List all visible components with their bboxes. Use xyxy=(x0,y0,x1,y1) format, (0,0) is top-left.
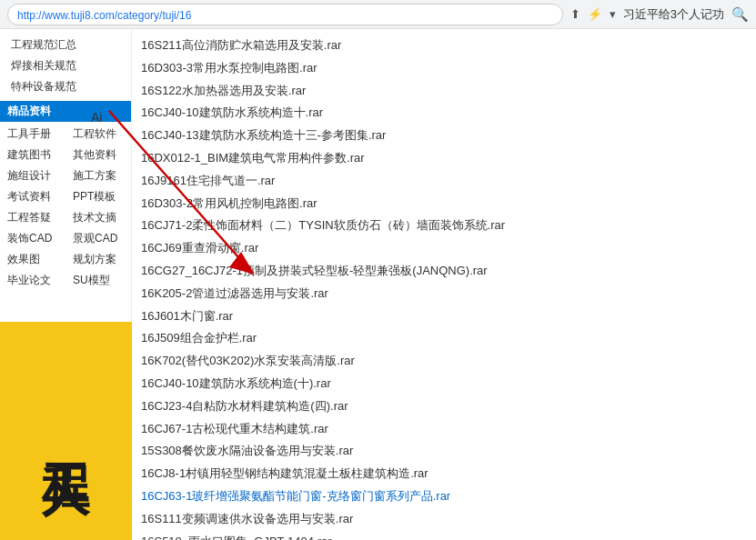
menu-landscape-cad[interactable]: 景观CAD xyxy=(66,228,131,249)
content-area: 16S211高位消防贮水箱选用及安装.rar16D303-3常用水泵控制电路图.… xyxy=(132,29,756,540)
menu-planning-solutions[interactable]: 规划方案 xyxy=(66,249,131,270)
sidebar-item-special-equipment[interactable]: 特种设备规范 xyxy=(0,76,131,97)
lightning-icon[interactable]: ⚡ xyxy=(588,7,602,21)
menu-engineering-software[interactable]: 工程软件 xyxy=(66,124,131,145)
share-icon[interactable]: ⬆ xyxy=(570,7,580,21)
content-link-19[interactable]: 16CJ8-1村镇用轻型钢结构建筑混凝土板柱建筑构造.rar xyxy=(141,463,747,485)
content-link-11[interactable]: 16K205-2管道过滤器选用与安装.rar xyxy=(141,283,747,305)
menu-technical-digest[interactable]: 技术文摘 xyxy=(66,207,131,228)
content-link-21[interactable]: 16S111变频调速供水设备选用与安装.rar xyxy=(141,508,747,531)
menu-renderings[interactable]: 效果图 xyxy=(0,249,66,270)
content-link-18[interactable]: 15S308餐饮废水隔油设备选用与安装.rar xyxy=(141,440,747,463)
menu-tools-manual[interactable]: 工具手册 xyxy=(0,124,66,145)
news-text: 习近平给3个人记功 xyxy=(623,6,724,23)
menu-other-materials[interactable]: 其他资料 xyxy=(66,145,131,165)
content-link-10[interactable]: 16CG27_16CJ72-1预制及拼装式轻型板-轻型兼强板(JANQNG).r… xyxy=(141,260,747,283)
menu-engineering-qa[interactable]: 工程答疑 xyxy=(0,207,66,228)
content-link-0[interactable]: 16S211高位消防贮水箱选用及安装.rar xyxy=(141,35,747,57)
content-link-4[interactable]: 16CJ40-13建筑防水系统构造十三-参考图集.rar xyxy=(141,125,747,147)
menu-construction-plan[interactable]: 施工方案 xyxy=(66,165,131,186)
menu-su-models[interactable]: SU模型 xyxy=(66,270,131,291)
content-link-15[interactable]: 16CJ40-10建筑防水系统构造(十).rar xyxy=(141,373,747,395)
content-link-2[interactable]: 16S122水加热器选用及安装.rar xyxy=(141,80,747,103)
content-link-14[interactable]: 16K702(替代03K202)水泵安装高清版.rar xyxy=(141,350,747,373)
content-link-5[interactable]: 16DX012-1_BIM建筑电气常用构件参数.rar xyxy=(141,147,747,170)
toolbar-icons: ⬆ ⚡ ▾ 习近平给3个人记功 🔍 xyxy=(570,6,749,23)
dropdown-icon[interactable]: ▾ xyxy=(610,7,616,21)
content-link-22[interactable]: 16S518_雨水口图集_GJBT-1404.rar xyxy=(141,531,747,540)
content-link-6[interactable]: 16J9161住宅排气道一.rar xyxy=(141,170,747,193)
sidebar-item-welding[interactable]: 焊接相关规范 xyxy=(0,55,131,76)
content-link-1[interactable]: 16D303-3常用水泵控制电路图.rar xyxy=(141,57,747,80)
content-link-12[interactable]: 16J601木门窗.rar xyxy=(141,305,747,328)
links-container: 16S211高位消防贮水箱选用及安装.rar16D303-3常用水泵控制电路图.… xyxy=(141,35,747,540)
menu-decoration-cad[interactable]: 装饰CAD xyxy=(0,228,66,249)
menu-architecture-books[interactable]: 建筑图书 xyxy=(0,145,66,165)
promo-banner: 工程人 xyxy=(0,322,132,540)
menu-grid: 工具手册 工程软件 建筑图书 其他资料 施组设计 施工方案 考试资料 PPT模板… xyxy=(0,124,131,291)
content-link-9[interactable]: 16CJ69重查滑动窗.rar xyxy=(141,237,747,260)
search-icon[interactable]: 🔍 xyxy=(731,6,749,23)
content-link-20[interactable]: 16CJ63-1玻纤增强聚氨酯节能门窗-克络窗门窗系列产品.rar xyxy=(141,485,747,508)
content-link-17[interactable]: 16CJ67-1古松现代重木结构建筑.rar xyxy=(141,418,747,441)
content-link-16[interactable]: 16CJ23-4自粘防水材料建筑构造(四).rar xyxy=(141,395,747,418)
url-field[interactable]: http://www.tuji8.com/category/tuji/16 xyxy=(7,4,563,25)
content-link-13[interactable]: 16J509组合金护栏.rar xyxy=(141,327,747,350)
menu-ppt-templates[interactable]: PPT模板 xyxy=(66,186,131,207)
menu-construction-design[interactable]: 施组设计 xyxy=(0,165,66,186)
main-container: 工程规范汇总 焊接相关规范 特种设备规范 精品资料 工具手册 工程软件 建筑图书… xyxy=(0,29,756,540)
content-link-8[interactable]: 16CJ71-2柔性饰面材料（二）TYSIN软质仿石（砖）墙面装饰系统.rar xyxy=(141,215,747,237)
content-link-7[interactable]: 16D303-2常用风机控制电路图.rar xyxy=(141,193,747,215)
menu-exam-materials[interactable]: 考试资料 xyxy=(0,186,66,207)
sidebar-item-regulations[interactable]: 工程规范汇总 xyxy=(0,35,131,55)
address-bar: http://www.tuji8.com/category/tuji/16 ⬆ … xyxy=(0,0,756,29)
menu-graduation-thesis[interactable]: 毕业论文 xyxy=(0,270,66,291)
section-title-premium: 精品资料 xyxy=(0,101,131,122)
promo-main-text: 工程人 xyxy=(43,425,90,436)
content-link-3[interactable]: 16CJ40-10建筑防水系统构造十.rar xyxy=(141,102,747,125)
sidebar: 工程规范汇总 焊接相关规范 特种设备规范 精品资料 工具手册 工程软件 建筑图书… xyxy=(0,29,132,540)
